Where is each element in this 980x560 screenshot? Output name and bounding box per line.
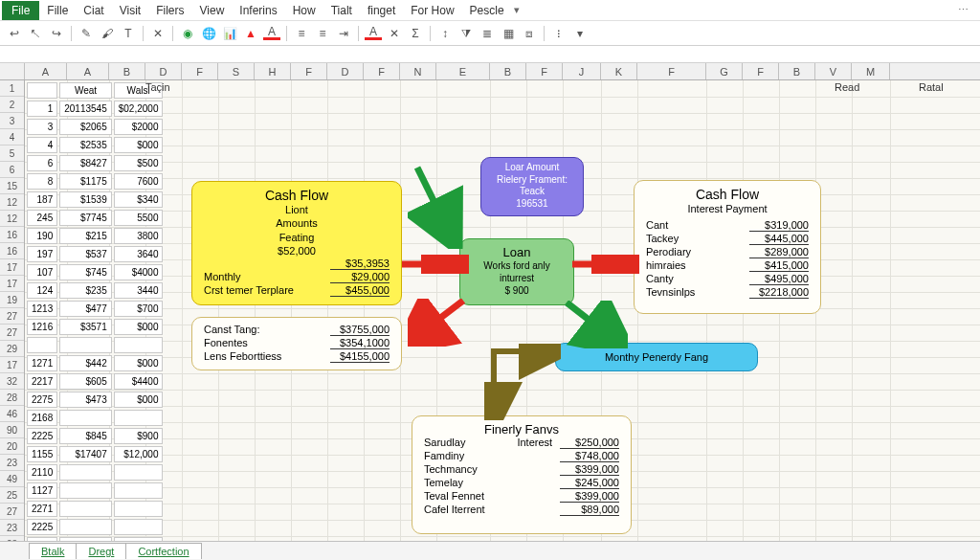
shape-loan-amount[interactable]: Loar Amount Rielery Frament: Teack 19653… <box>480 157 584 216</box>
brush-icon[interactable]: 🖌 <box>99 25 116 42</box>
row-header[interactable]: 25 <box>0 487 24 504</box>
row-header[interactable]: 17 <box>0 259 24 276</box>
home-icon[interactable]: ⭦ <box>27 25 44 42</box>
row-header[interactable]: 17 <box>0 276 24 292</box>
formula-bar[interactable] <box>0 46 980 63</box>
cut-icon[interactable]: ✕ <box>149 25 167 42</box>
column-header[interactable]: F <box>637 63 706 79</box>
row-header[interactable]: 29 <box>0 341 24 357</box>
shape-small-white[interactable]: Canst Tang:$3755,000 Fonentes$354,1000 L… <box>191 317 402 370</box>
menu-item[interactable]: finget <box>360 1 403 20</box>
menu-dropdown-icon[interactable]: ▾ <box>514 4 520 16</box>
column-header[interactable]: A <box>67 63 109 79</box>
row-header[interactable]: 23 <box>0 520 24 536</box>
row-header[interactable]: 49 <box>0 471 24 487</box>
globe-icon[interactable]: 🌐 <box>200 25 217 42</box>
grid-icon[interactable]: ▦ <box>500 25 517 42</box>
column-header[interactable]: H <box>255 63 291 79</box>
column-header[interactable]: J <box>563 63 601 79</box>
sheet-tab[interactable]: Btalk <box>29 543 77 559</box>
sigma-icon[interactable]: Σ <box>407 25 424 42</box>
circle-icon[interactable]: ◉ <box>179 25 196 42</box>
column-header[interactable]: F <box>182 63 218 79</box>
undo-icon[interactable]: ↩ <box>6 25 23 42</box>
redo-icon[interactable]: ↪ <box>48 25 65 42</box>
row-header[interactable]: 1 <box>0 80 24 97</box>
row-header[interactable]: 27 <box>0 308 24 325</box>
column-header[interactable]: M <box>852 63 890 79</box>
row-header[interactable]: 46 <box>0 406 24 422</box>
menu-item[interactable]: Fille <box>39 1 76 20</box>
data-table[interactable]: WeatWalsl120113545$02,20003$2065$20004$2… <box>25 80 165 541</box>
shape-finerly[interactable]: Finerly Fanvs SarudlayInterest$250,000 F… <box>412 415 632 534</box>
fill-icon[interactable]: ▲ <box>242 25 259 42</box>
sort-icon[interactable]: ↕ <box>436 25 454 42</box>
column-header[interactable]: S <box>218 63 255 79</box>
file-menu[interactable]: File <box>2 1 39 20</box>
row-header[interactable]: 28 <box>0 390 24 406</box>
format-icon[interactable]: T <box>120 25 137 42</box>
row-header[interactable]: 2 <box>0 97 24 113</box>
font-color-icon[interactable]: A <box>263 26 280 40</box>
row-header[interactable]: 5 <box>0 146 24 162</box>
column-header[interactable]: N <box>400 63 436 79</box>
shape-cashflow-right[interactable]: Cash Flow Interest Payment Cant$319,000 … <box>634 180 821 314</box>
filter-icon[interactable]: ⧩ <box>457 25 475 42</box>
shape-loan[interactable]: Loan Works ford anly inturrest $ 900 <box>459 238 574 305</box>
column-header[interactable]: B <box>779 63 815 79</box>
row-header[interactable]: 4 <box>0 129 24 146</box>
row-header[interactable]: 23 <box>0 536 24 541</box>
sheet-tab[interactable]: Cortfection <box>125 543 201 559</box>
row-header[interactable]: 12 <box>0 211 24 227</box>
row-header[interactable]: 6 <box>0 162 24 178</box>
menu-item[interactable]: For How <box>403 1 461 20</box>
shape-cashflow-yellow[interactable]: Cash Flow Liont Amounts Feating $52,000 … <box>191 181 402 305</box>
menu-item[interactable]: View <box>192 1 233 20</box>
indent-icon[interactable]: ⇥ <box>335 25 352 42</box>
row-header[interactable]: 90 <box>0 422 24 438</box>
row-header[interactable]: 19 <box>0 292 24 308</box>
row-header[interactable]: 27 <box>0 504 24 520</box>
row-header[interactable]: 17 <box>0 357 24 373</box>
menu-item[interactable]: Tialt <box>323 1 360 20</box>
row-header[interactable]: 16 <box>0 227 24 243</box>
column-header[interactable]: D <box>145 63 182 79</box>
align-center-icon[interactable]: ≡ <box>314 25 331 42</box>
list-icon[interactable]: ≣ <box>479 25 496 42</box>
window-icon[interactable]: ⋯ <box>958 4 969 16</box>
row-header[interactable]: 16 <box>0 243 24 259</box>
align-left-icon[interactable]: ≡ <box>293 25 310 42</box>
row-header[interactable]: 15 <box>0 178 24 194</box>
row-header[interactable]: 3 <box>0 113 24 129</box>
column-header[interactable]: D <box>327 63 364 79</box>
sheet-tab[interactable]: Dregt <box>76 543 126 559</box>
column-header[interactable]: F <box>526 63 563 79</box>
menu-item[interactable]: How <box>285 1 323 20</box>
more-icon[interactable]: ⫶ <box>550 25 568 42</box>
column-header[interactable]: B <box>109 63 145 79</box>
row-header[interactable]: 20 <box>0 438 24 455</box>
menu-item[interactable]: Visit <box>112 1 148 20</box>
chart-icon[interactable]: 📊 <box>221 25 238 42</box>
column-header[interactable]: V <box>815 63 852 79</box>
column-header[interactable]: E <box>436 63 490 79</box>
row-header[interactable]: 32 <box>0 373 24 390</box>
column-header[interactable]: F <box>364 63 400 79</box>
column-header[interactable]: A <box>25 63 67 79</box>
merge-icon[interactable]: ⧈ <box>521 25 538 42</box>
column-header[interactable]: B <box>490 63 526 79</box>
menu-item[interactable]: Inferins <box>232 1 284 20</box>
font-icon[interactable]: A <box>365 26 382 40</box>
menu-item[interactable]: Filers <box>148 1 191 20</box>
column-header[interactable]: K <box>601 63 637 79</box>
column-header[interactable]: F <box>291 63 327 79</box>
pen-icon[interactable]: ✎ <box>78 25 95 42</box>
dropdown-icon[interactable]: ▾ <box>571 25 589 42</box>
column-header[interactable]: G <box>706 63 743 79</box>
cells-area[interactable]: WeatWalsl120113545$02,20003$2065$20004$2… <box>25 80 980 541</box>
row-header[interactable]: 12 <box>0 194 24 211</box>
column-header[interactable]: F <box>743 63 779 79</box>
row-header[interactable]: 27 <box>0 325 24 341</box>
row-header[interactable]: 23 <box>0 455 24 471</box>
strike-icon[interactable]: ✕ <box>386 25 403 42</box>
